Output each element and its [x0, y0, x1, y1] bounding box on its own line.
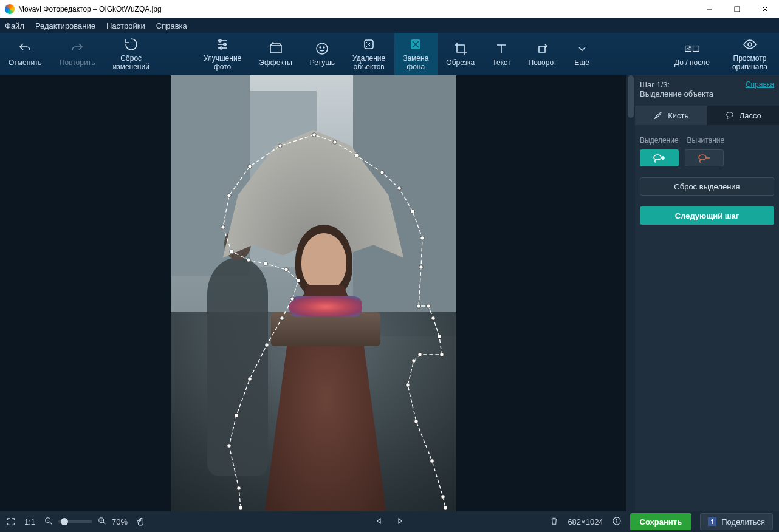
rotate-label: Поворот: [529, 58, 557, 67]
rotate-button[interactable]: Поворот: [520, 33, 566, 75]
info-button[interactable]: [612, 516, 622, 528]
lasso-minus-icon: [697, 153, 712, 163]
svg-point-21: [748, 43, 752, 46]
text-button[interactable]: Текст: [484, 33, 520, 75]
svg-point-11: [272, 43, 273, 44]
enhance-label: Улучшение фото: [204, 54, 241, 71]
enhance-button[interactable]: Улучшение фото: [195, 33, 250, 75]
share-label: Поделиться: [721, 517, 765, 527]
text-label: Текст: [492, 58, 510, 67]
edited-photo: [171, 75, 456, 511]
svg-point-59: [726, 112, 733, 117]
redo-button[interactable]: Повторить: [51, 33, 105, 75]
more-button[interactable]: Ещё: [566, 33, 599, 75]
eraser-icon: [362, 37, 376, 52]
save-label: Сохранить: [640, 517, 682, 527]
retouch-button[interactable]: Ретушь: [301, 33, 344, 75]
next-step-label: Следующий шаг: [675, 211, 740, 220]
crop-icon: [453, 41, 468, 56]
close-button[interactable]: [751, 0, 779, 18]
svg-point-71: [616, 519, 617, 519]
svg-line-66: [103, 522, 105, 524]
menu-file[interactable]: Файл: [5, 21, 24, 30]
view-original-button[interactable]: Просмотр оригинала: [721, 33, 779, 75]
background-swap-button[interactable]: Замена фона: [394, 33, 438, 75]
face-icon: [315, 41, 329, 56]
svg-point-60: [654, 155, 661, 160]
beforeafter-label: До / после: [674, 58, 710, 67]
menu-settings[interactable]: Настройки: [106, 21, 145, 30]
redo-label: Повторить: [60, 58, 95, 67]
zoom-out-button[interactable]: [44, 516, 53, 528]
menu-edit[interactable]: Редактирование: [35, 21, 95, 30]
svg-point-61: [699, 155, 706, 160]
svg-line-63: [50, 522, 52, 524]
save-button[interactable]: Сохранить: [630, 513, 692, 530]
window-titlebar: Movavi Фоторедактор – OIGkOtWuZQA.jpg: [0, 0, 779, 18]
svg-rect-10: [270, 46, 281, 53]
main-toolbar: Отменить Повторить Сброс изменений Улучш…: [0, 33, 779, 75]
facebook-icon: f: [708, 517, 716, 526]
chevron-down-icon: [575, 41, 589, 56]
undo-icon: [18, 41, 32, 56]
tab-lasso[interactable]: Лассо: [707, 106, 780, 125]
undo-button[interactable]: Отменить: [0, 33, 51, 75]
reset-selection-button[interactable]: Сброс выделения: [640, 177, 774, 196]
delete-button[interactable]: [549, 516, 559, 528]
undo-label: Отменить: [9, 58, 42, 67]
svg-point-12: [317, 43, 328, 54]
effects-button[interactable]: Эффекты: [250, 33, 301, 75]
minimize-button[interactable]: [695, 0, 723, 18]
image-canvas[interactable]: [0, 75, 626, 511]
tool-side-panel: Шаг 1/3: Выделение объекта Справка Кисть…: [635, 75, 779, 511]
remove-objects-button[interactable]: Удаление объектов: [344, 33, 394, 75]
reset-changes-button[interactable]: Сброс изменений: [104, 33, 158, 75]
zoom-value: 70%: [112, 517, 128, 527]
zoom-1to1-button[interactable]: 1:1: [24, 517, 35, 527]
share-button[interactable]: fПоделиться: [700, 513, 773, 530]
hand-tool-button[interactable]: [136, 517, 146, 527]
vieworig-label: Просмотр оригинала: [732, 54, 767, 71]
panel-help-link[interactable]: Справка: [746, 80, 774, 89]
selection-add-button[interactable]: [640, 149, 679, 166]
before-after-button[interactable]: До / после: [664, 33, 721, 75]
label-subtract: Вычитание: [687, 136, 725, 145]
menu-help[interactable]: Справка: [156, 21, 187, 30]
svg-point-20: [689, 46, 690, 47]
reset-selection-label: Сброс выделения: [674, 182, 740, 191]
tab-lasso-label: Лассо: [740, 111, 761, 120]
compare-icon: [685, 41, 699, 56]
svg-rect-19: [693, 46, 699, 51]
step-name: Выделение объекта: [640, 89, 713, 98]
text-icon: [494, 41, 509, 56]
eye-icon: [743, 37, 757, 52]
canvas-scrollbar[interactable]: [626, 75, 635, 511]
app-logo-icon: [5, 4, 15, 14]
zoom-in-button[interactable]: [97, 516, 107, 528]
brush-icon: [653, 111, 663, 120]
tab-brush-label: Кисть: [668, 111, 688, 120]
zoom-slider[interactable]: [58, 520, 92, 523]
crop-label: Обрезка: [446, 58, 475, 67]
maximize-button[interactable]: [723, 0, 751, 18]
sliders-icon: [215, 37, 230, 52]
next-image-button[interactable]: [395, 516, 405, 528]
step-indicator: Шаг 1/3:: [640, 80, 713, 89]
crop-button[interactable]: Обрезка: [438, 33, 484, 75]
reset-icon: [124, 37, 139, 52]
bgswap-label: Замена фона: [403, 54, 428, 71]
selection-subtract-button[interactable]: [685, 149, 724, 166]
fullscreen-button[interactable]: [6, 517, 16, 527]
prev-image-button[interactable]: [374, 516, 384, 528]
more-label: Ещё: [574, 58, 589, 67]
redo-icon: [70, 41, 84, 56]
image-dimensions: 682×1024: [568, 517, 603, 527]
lasso-icon: [725, 111, 735, 120]
window-title: Movavi Фоторедактор – OIGkOtWuZQA.jpg: [18, 5, 162, 13]
effects-icon: [269, 41, 283, 56]
label-select: Выделение: [640, 136, 679, 145]
retouch-label: Ретушь: [310, 58, 335, 67]
next-step-button[interactable]: Следующий шаг: [640, 206, 774, 225]
bgswap-icon: [408, 37, 423, 52]
tab-brush[interactable]: Кисть: [635, 106, 707, 125]
